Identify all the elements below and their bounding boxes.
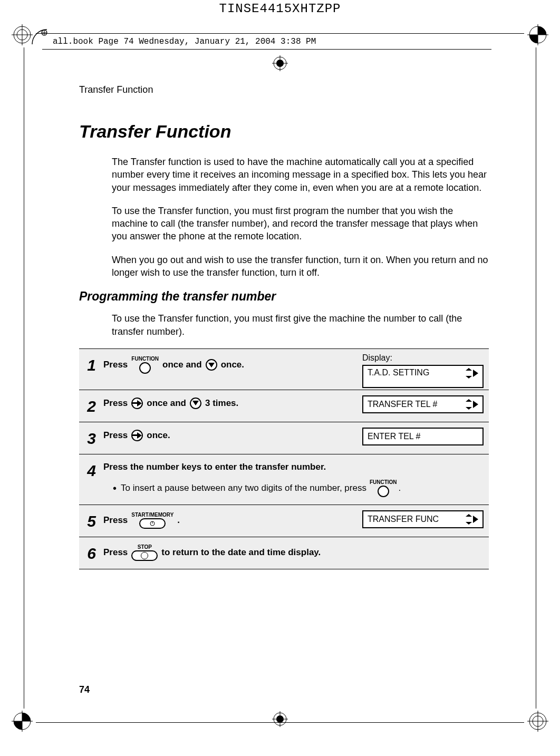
svg-marker-25 [466, 368, 472, 371]
step-row: 3 Press once. ENTER TEL # [79, 422, 489, 454]
nav-arrows-icon [466, 399, 478, 410]
step-text: 3 times. [205, 398, 238, 409]
step-row: 1 Press FUNCTION once and once. Display: [79, 349, 489, 390]
svg-marker-29 [466, 407, 472, 410]
crop-line [36, 33, 524, 34]
step-text: . [177, 515, 180, 526]
button-label: STOP [138, 545, 152, 550]
registration-mark-icon [272, 55, 288, 71]
step-text: Press [103, 360, 128, 370]
running-header: Transfer Function [79, 84, 153, 95]
display-text: T.A.D. SETTING [368, 368, 429, 377]
bullet-item: To insert a pause between any two digits… [113, 480, 485, 497]
step-text: Press [103, 547, 128, 558]
step-text: once and [162, 360, 202, 370]
paragraph: The Transfer function is used to have th… [112, 156, 489, 194]
page-number: 74 [79, 684, 90, 695]
step-text: Press [103, 430, 128, 441]
paragraph: To use the Transfer function, you must f… [112, 205, 489, 243]
display-text: TRANSFER TEL # [368, 400, 437, 409]
registration-mark-icon [12, 711, 33, 732]
svg-marker-28 [466, 399, 472, 402]
arc-icon [32, 29, 47, 45]
step-text: once and [147, 398, 186, 409]
button-label: START/MEMORY [131, 512, 173, 518]
crop-line [36, 722, 524, 723]
step-text: Press [103, 515, 128, 526]
step-text: Press [103, 398, 128, 409]
paragraph: When you go out and wish to use the tran… [112, 254, 489, 279]
stop-button-icon: STOP [131, 545, 158, 561]
step-row: 4 Press the number keys to enter the tra… [79, 454, 489, 505]
display-box: T.A.D. SETTING [362, 365, 484, 388]
display-text: TRANSFER FUNC [368, 515, 439, 524]
svg-marker-27 [473, 370, 478, 377]
page-title: Transfer Function [79, 121, 489, 142]
step-number: 1 [79, 356, 103, 373]
registration-mark-icon [527, 711, 548, 732]
start-memory-button-icon: START/MEMORY [131, 512, 173, 529]
display-box: ENTER TEL # [362, 428, 484, 445]
right-button-icon [131, 430, 143, 441]
right-button-icon [131, 398, 143, 409]
display-label: Display: [362, 353, 484, 363]
function-button-icon: FUNCTION [131, 356, 159, 374]
paragraph: To use the Transfer function, you must f… [112, 312, 489, 338]
step-text: once. [147, 430, 170, 441]
step-text: once. [221, 360, 244, 370]
step-text: Press the number keys to enter the trans… [103, 462, 326, 472]
step-number: 6 [79, 545, 103, 561]
step-text: to return to the date and time display. [161, 547, 321, 558]
crop-line [24, 47, 24, 709]
svg-marker-34 [466, 522, 472, 525]
registration-mark-icon [527, 24, 548, 45]
button-label: FUNCTION [131, 356, 159, 362]
svg-marker-33 [466, 514, 472, 517]
down-button-icon [206, 359, 217, 371]
step-number: 4 [79, 462, 103, 479]
step-row: 5 Press START/MEMORY . TRANSFER FUNC [79, 505, 489, 537]
crop-line [536, 47, 536, 709]
steps-table: 1 Press FUNCTION once and once. Display: [79, 348, 489, 569]
svg-marker-35 [473, 516, 478, 523]
down-button-icon [190, 398, 201, 409]
svg-marker-30 [473, 401, 478, 408]
step-row: 2 Press once and 3 times. TRANSFER TEL # [79, 390, 489, 422]
display-box: TRANSFER FUNC [362, 510, 484, 528]
section-title: Programming the transfer number [79, 289, 489, 304]
nav-arrows-icon [466, 368, 478, 379]
step-number: 5 [79, 512, 103, 529]
display-text: ENTER TEL # [368, 432, 420, 441]
book-info-line [42, 49, 491, 50]
nav-arrows-icon [466, 514, 478, 525]
function-button-icon: FUNCTION [370, 480, 397, 497]
step-text: . [399, 483, 401, 493]
step-row: 6 Press STOP to return to the date and t… [79, 537, 489, 569]
svg-marker-26 [466, 376, 472, 379]
step-number: 2 [79, 398, 103, 414]
button-label: FUNCTION [370, 480, 397, 485]
registration-mark-icon [272, 711, 288, 727]
display-box: TRANSFER TEL # [362, 395, 484, 413]
book-info: all.book Page 74 Wednesday, January 21, … [53, 37, 316, 46]
registration-mark-icon [12, 24, 33, 45]
header-code: TINSE4415XHTZPP [219, 2, 341, 16]
step-number: 3 [79, 430, 103, 447]
bullet-text: To insert a pause between any two digits… [121, 483, 366, 493]
